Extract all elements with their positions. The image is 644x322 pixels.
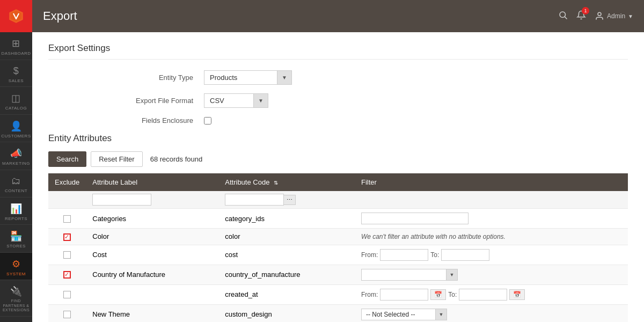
export-format-select[interactable]: CSV XML — [204, 93, 268, 108]
sidebar-item-label: DASHBOARD — [1, 51, 31, 56]
calendar-icon-btn[interactable]: 📅 — [430, 289, 446, 300]
svg-point-0 — [560, 12, 566, 18]
fields-enclosure-control — [204, 117, 211, 125]
filter-filter-cell — [355, 191, 628, 209]
attribute-label-cell: Country of Manufacture — [86, 265, 218, 284]
cost-from-input[interactable] — [380, 249, 428, 261]
search-icon-btn[interactable] — [558, 10, 568, 23]
new-theme-select[interactable]: -- Not Selected -- — [361, 309, 447, 320]
country-select[interactable] — [361, 269, 458, 281]
attribute-label-cell: New Theme — [86, 304, 218, 322]
exclude-cell — [48, 209, 86, 229]
filter-code-wrap: ⋯ — [225, 194, 348, 206]
sidebar-item-label: SALES — [9, 78, 24, 84]
chevron-down-icon: ▼ — [628, 13, 633, 19]
exclude-checkbox-checked[interactable] — [63, 271, 71, 279]
exclude-cell — [48, 229, 86, 245]
extensions-icon: 🔌 — [10, 286, 23, 297]
exclude-checkbox[interactable] — [63, 251, 71, 259]
exclude-cell — [48, 265, 86, 284]
filter-label-cell — [86, 191, 218, 209]
from-label: From: — [361, 291, 378, 298]
sidebar-item-catalog[interactable]: ◫ CATALOG — [0, 87, 32, 115]
exclude-checkbox-checked[interactable] — [63, 233, 71, 241]
user-menu[interactable]: Admin ▼ — [595, 11, 633, 21]
sidebar-item-label: FIND PARTNERS & EXTENSIONS — [0, 299, 32, 312]
cost-to-input[interactable] — [441, 249, 489, 261]
topbar: Export 1 Admin ▼ — [32, 0, 644, 32]
catalog-icon: ◫ — [11, 92, 21, 104]
sidebar-item-stores[interactable]: 🏪 STORES — [0, 225, 32, 253]
sidebar-item-label: STORES — [6, 244, 26, 249]
sidebar-item-label: CUSTOMERS — [1, 134, 31, 139]
exclude-checkbox[interactable] — [63, 311, 71, 318]
notification-badge: 1 — [582, 7, 589, 14]
exclude-cell — [48, 245, 86, 265]
sales-icon: $ — [13, 65, 19, 77]
calendar-icon-btn[interactable]: 📅 — [509, 289, 525, 300]
col-attribute-code: Attribute Code ⇅ — [218, 173, 355, 191]
filter-input-row: ⋯ — [48, 191, 628, 209]
sidebar-item-dashboard[interactable]: ⊞ DASHBOARD — [0, 32, 32, 60]
country-dropdown-wrap: ▼ — [361, 269, 458, 281]
created-from-input[interactable] — [380, 289, 428, 301]
sidebar-item-label: CATALOG — [5, 106, 27, 111]
sidebar-item-extensions[interactable]: 🔌 FIND PARTNERS & EXTENSIONS — [0, 280, 32, 316]
sidebar-item-marketing[interactable]: 📣 MARKETING — [0, 142, 32, 170]
attribute-label-cell — [86, 284, 218, 304]
search-button[interactable]: Search — [48, 151, 86, 167]
attribute-label-cell: Color — [86, 229, 218, 245]
filter-exclude-cell — [48, 191, 86, 209]
table-row: Country of Manufacture country_of_manufa… — [48, 265, 628, 284]
sidebar-logo[interactable] — [0, 0, 32, 32]
entity-type-select[interactable]: Products Customers Customer Addresses — [204, 70, 292, 85]
content-icon: 🗂 — [11, 175, 21, 187]
filter-label-input[interactable] — [92, 194, 151, 206]
to-label: To: — [430, 251, 439, 259]
notifications-icon-btn[interactable]: 1 — [576, 10, 586, 23]
table-row: Color color We can't filter an attribute… — [48, 229, 628, 245]
attribute-code-cell: color — [218, 229, 355, 245]
export-format-select-wrap: CSV XML ▼ — [204, 93, 268, 108]
exclude-cell — [48, 284, 86, 304]
entity-attributes-title: Entity Attributes — [48, 133, 628, 144]
fields-enclosure-row: Fields Enclosure — [48, 116, 628, 125]
table-row: Cost cost From: To: — [48, 245, 628, 265]
attribute-code-cell: category_ids — [218, 209, 355, 229]
exclude-checkbox[interactable] — [63, 291, 71, 298]
sidebar-item-reports[interactable]: 📊 REPORTS — [0, 197, 32, 225]
sidebar-item-sales[interactable]: $ SALES — [0, 60, 32, 87]
filter-cell: From: To: — [355, 245, 628, 265]
sidebar-item-system[interactable]: ⚙ SYSTEM — [0, 253, 32, 281]
sidebar: ⊞ DASHBOARD $ SALES ◫ CATALOG 👤 CUSTOMER… — [0, 0, 32, 322]
filter-code-picker[interactable]: ⋯ — [284, 195, 296, 205]
category-filter-input[interactable] — [361, 213, 469, 224]
customers-icon: 👤 — [10, 120, 23, 132]
table-row: New Theme custom_design -- Not Selected … — [48, 304, 628, 322]
col-filter: Filter — [355, 173, 628, 191]
filter-cell: -- Not Selected -- ▼ — [355, 304, 628, 322]
exclude-cell — [48, 304, 86, 322]
sidebar-item-customers[interactable]: 👤 CUSTOMERS — [0, 115, 32, 143]
svg-point-2 — [598, 12, 601, 16]
export-format-control: CSV XML ▼ — [204, 93, 268, 108]
entity-type-label: Entity Type — [113, 74, 204, 82]
exclude-checkbox[interactable] — [63, 215, 71, 223]
attribute-code-cell: country_of_manufacture — [218, 265, 355, 284]
entity-type-control: Products Customers Customer Addresses ▼ — [204, 70, 292, 85]
created-to-input[interactable] — [459, 289, 507, 301]
filter-cell: From: 📅 To: 📅 — [355, 284, 628, 304]
filter-cell: ▼ — [355, 265, 628, 284]
attribute-code-cell: cost — [218, 245, 355, 265]
sidebar-item-label: CONTENT — [5, 188, 27, 194]
fields-enclosure-label: Fields Enclosure — [113, 116, 204, 125]
reset-filter-button[interactable]: Reset Filter — [91, 151, 142, 167]
sidebar-item-content[interactable]: 🗂 CONTENT — [0, 170, 32, 197]
sort-icon[interactable]: ⇅ — [274, 180, 278, 186]
records-count: 68 records found — [150, 155, 203, 163]
sidebar-item-label: MARKETING — [2, 161, 30, 166]
fields-enclosure-checkbox[interactable] — [204, 117, 211, 125]
filter-code-input[interactable] — [225, 194, 284, 206]
attribute-label-cell: Categories — [86, 209, 218, 229]
attributes-table: Exclude Attribute Label Attribute Code ⇅… — [48, 173, 628, 322]
